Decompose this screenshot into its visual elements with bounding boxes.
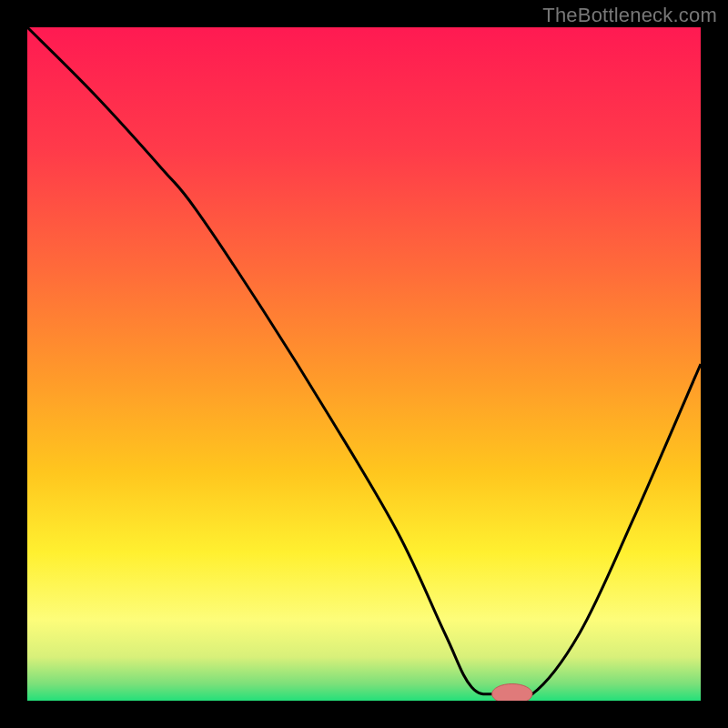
watermark-label: TheBottleneck.com [542, 4, 717, 27]
plot-area [27, 27, 701, 701]
chart-frame: TheBottleneck.com [0, 0, 728, 728]
plot-background [27, 27, 701, 701]
chart-svg [27, 27, 701, 701]
optimal-marker [492, 684, 532, 702]
